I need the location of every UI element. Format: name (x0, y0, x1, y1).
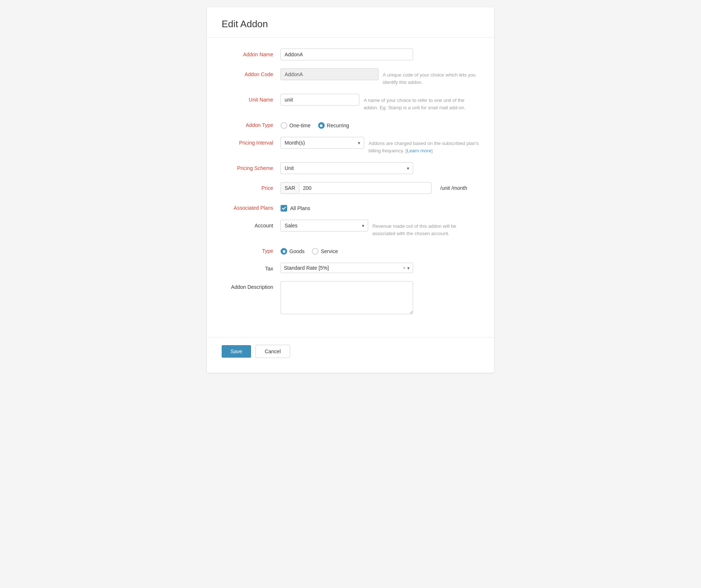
tax-control: Standard Rate [5%] × ▾ (281, 263, 479, 273)
addon-type-control: One-time Recurring (281, 119, 479, 129)
addon-type-recurring[interactable]: Recurring (318, 122, 349, 129)
associated-plans-label: Associated Plans (222, 202, 281, 211)
pricing-interval-control: Month(s) Year(s) Week(s) Day(s) Addons a… (281, 137, 479, 154)
edit-addon-card: Edit Addon Addon Name Addon Code A uniqu… (207, 7, 494, 373)
cancel-button[interactable]: Cancel (256, 345, 290, 358)
all-plans-checkbox[interactable] (281, 205, 287, 212)
type-service[interactable]: Service (312, 248, 338, 255)
addon-type-row: Addon Type One-time Recurring (222, 119, 479, 129)
pricing-scheme-select-wrap: Unit Flat Fee Tiered Volume (281, 162, 413, 174)
tax-select-wrap[interactable]: Standard Rate [5%] × ▾ (281, 263, 413, 273)
service-label: Service (321, 248, 338, 254)
associated-plans-control: All Plans (281, 202, 479, 212)
price-unit-text: /unit /month (436, 182, 467, 191)
account-select[interactable]: Sales Marketing Operations (281, 220, 368, 231)
unit-name-label: Unit Name (222, 94, 281, 103)
recurring-label: Recurring (327, 123, 349, 128)
unit-name-input[interactable] (281, 94, 359, 106)
onetime-radio-circle (281, 122, 287, 129)
addon-name-row: Addon Name (222, 49, 479, 60)
price-input-wrap: SAR (281, 182, 431, 194)
pricing-interval-label: Pricing Interval (222, 137, 281, 146)
currency-box: SAR (281, 182, 299, 194)
addon-type-radio-group: One-time Recurring (281, 119, 349, 129)
learn-more-link[interactable]: Learn more (407, 148, 431, 153)
tax-arrow-icon: ▾ (407, 265, 410, 271)
price-input[interactable] (299, 182, 431, 194)
tax-tag: Standard Rate [5%] (284, 265, 403, 271)
onetime-label: One-time (289, 123, 311, 128)
unit-name-row: Unit Name A name of your choice to refer… (222, 94, 479, 111)
price-label: Price (222, 182, 281, 191)
addon-code-hint: A unique code of your choice which lets … (383, 68, 479, 86)
addon-description-textarea[interactable] (281, 281, 413, 314)
pricing-interval-hint: Addons are charged based on the subscrib… (369, 137, 479, 154)
account-hint: Revenue made out of this addon will be a… (373, 220, 479, 237)
addon-description-label: Addon Description (222, 281, 281, 290)
addon-type-label: Addon Type (222, 119, 281, 128)
pricing-scheme-label: Pricing Scheme (222, 162, 281, 171)
associated-plans-row: Associated Plans All Plans (222, 202, 479, 212)
addon-code-control: A unique code of your choice which lets … (281, 68, 479, 86)
price-row: Price SAR /unit /month (222, 182, 479, 194)
all-plans-checkbox-wrap[interactable]: All Plans (281, 202, 310, 212)
form-body: Addon Name Addon Code A unique code of y… (207, 41, 494, 326)
type-row: Type Goods Service (222, 245, 479, 255)
addon-type-onetime[interactable]: One-time (281, 122, 311, 129)
unit-name-control: A name of your choice to refer to one un… (281, 94, 479, 111)
pricing-interval-select[interactable]: Month(s) Year(s) Week(s) Day(s) (281, 137, 364, 149)
type-label: Type (222, 245, 281, 254)
tax-label: Tax (222, 263, 281, 272)
pricing-scheme-row: Pricing Scheme Unit Flat Fee Tiered Volu… (222, 162, 479, 174)
type-control: Goods Service (281, 245, 479, 255)
pricing-scheme-select[interactable]: Unit Flat Fee Tiered Volume (281, 162, 413, 174)
checkmark-icon (282, 206, 286, 210)
pricing-interval-select-wrap: Month(s) Year(s) Week(s) Day(s) (281, 137, 364, 149)
account-label: Account (222, 220, 281, 229)
account-row: Account Sales Marketing Operations Reven… (222, 220, 479, 237)
save-button[interactable]: Save (222, 345, 251, 358)
footer-divider (207, 337, 494, 337)
price-control: SAR /unit /month (281, 182, 479, 194)
recurring-radio-circle (318, 122, 325, 129)
account-control: Sales Marketing Operations Revenue made … (281, 220, 479, 237)
addon-name-control (281, 49, 479, 60)
addon-code-label: Addon Code (222, 68, 281, 77)
account-select-wrap: Sales Marketing Operations (281, 220, 368, 231)
unit-name-hint: A name of your choice to refer to one un… (364, 94, 479, 111)
footer-row: Save Cancel (207, 345, 494, 358)
addon-name-label: Addon Name (222, 49, 281, 57)
pricing-scheme-control: Unit Flat Fee Tiered Volume (281, 162, 479, 174)
tax-clear-icon[interactable]: × (403, 265, 406, 271)
addon-code-input[interactable] (281, 68, 378, 80)
goods-radio-circle (281, 248, 287, 255)
goods-label: Goods (289, 248, 304, 254)
all-plans-label: All Plans (290, 205, 310, 211)
tax-row: Tax Standard Rate [5%] × ▾ (222, 263, 479, 273)
addon-name-input[interactable] (281, 49, 413, 60)
service-radio-circle (312, 248, 318, 255)
page-title: Edit Addon (207, 7, 494, 38)
type-radio-group: Goods Service (281, 245, 338, 255)
addon-description-control (281, 281, 479, 314)
addon-description-row: Addon Description (222, 281, 479, 314)
pricing-interval-row: Pricing Interval Month(s) Year(s) Week(s… (222, 137, 479, 154)
type-goods[interactable]: Goods (281, 248, 304, 255)
addon-code-row: Addon Code A unique code of your choice … (222, 68, 479, 86)
